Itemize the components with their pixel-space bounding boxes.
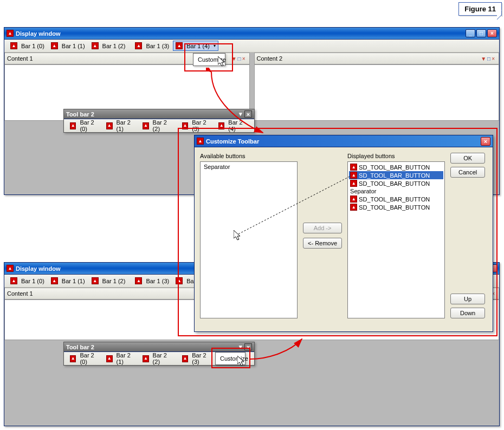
ok-button[interactable]: OK [450, 153, 485, 164]
app-icon: ▲ [350, 196, 357, 203]
chevron-down-icon[interactable]: ▾ [237, 110, 244, 118]
list-item[interactable]: ▲SD_TOOL_BAR_BUTTON [349, 163, 443, 171]
toolbar-dropdown-menu: Customize [193, 53, 225, 66]
toolbar-item-2[interactable]: ▲Bar 1 (2) [89, 276, 128, 286]
dialog-titlebar[interactable]: ▲ Customize Toolbar × [195, 135, 493, 147]
add-button[interactable]: Add -> [303, 223, 342, 233]
toolbar-item-0[interactable]: ▲Bar 1 (0) [8, 41, 47, 51]
close-button[interactable]: × [487, 29, 497, 37]
app-icon: ▲ [350, 164, 357, 171]
figure-label: Figure 11 [458, 2, 502, 16]
list-item[interactable]: ▲SD_TOOL_BAR_BUTTON [349, 195, 443, 203]
float-item-1[interactable]: ▲Bar 2 (1) [104, 350, 139, 367]
float-item-0[interactable]: ▲Bar 2 (0) [67, 350, 102, 367]
window-title: Display window [16, 30, 466, 37]
cancel-button[interactable]: Cancel [450, 167, 485, 178]
dialog-title: Customize Toolbar [206, 138, 481, 145]
customize-toolbar-dialog: ▲ Customize Toolbar × Available buttons … [194, 135, 493, 332]
chevron-down-icon[interactable]: ▾ [237, 343, 244, 350]
app-icon: ▲ [350, 172, 357, 179]
titlebar[interactable]: ▲ Display window _ □ × [4, 28, 499, 40]
displayed-label: Displayed buttons [347, 153, 445, 159]
dropdown-item-customize[interactable]: Customize [195, 55, 224, 64]
toolbar-item-4[interactable]: ▲Bar 1 (4)▾ [173, 41, 218, 51]
float-item-1[interactable]: ▲Bar 2 (1) [104, 118, 139, 134]
app-icon: ▲ [7, 265, 14, 272]
displayed-listbox[interactable]: ▲SD_TOOL_BAR_BUTTON▲SD_TOOL_BAR_BUTTON▲S… [347, 161, 445, 318]
list-item[interactable]: ▲SD_TOOL_BAR_BUTTON [349, 203, 443, 211]
maximize-button[interactable]: □ [476, 29, 486, 37]
float-dropdown-menu: Customize [215, 352, 245, 365]
float-item-2[interactable]: ▲Bar 2 (2) [140, 118, 175, 134]
toolbar-item-2[interactable]: ▲Bar 1 (2) [89, 41, 128, 51]
pin-icon[interactable]: ▼ [231, 56, 237, 62]
toolbar-item-1[interactable]: ▲Bar 1 (1) [48, 276, 88, 286]
content-pane-2 [254, 64, 500, 121]
app-icon: ▲ [7, 30, 14, 37]
float-item-3[interactable]: ▲Bar 2 (3) [179, 350, 215, 367]
maximize-pane-icon[interactable]: □ [487, 56, 490, 62]
close-button[interactable]: × [481, 137, 490, 146]
list-item[interactable]: Separator [349, 187, 443, 195]
available-listbox[interactable]: Separator [200, 161, 298, 318]
close-button[interactable]: × [244, 343, 252, 350]
float-item-4[interactable]: ▲Bar 2 (4) [216, 118, 251, 134]
floating-toolbar-1[interactable]: Tool bar 2 ▾ × ▲Bar 2 (0) ▲Bar 2 (1) ▲Ba… [63, 109, 255, 133]
available-label: Available buttons [200, 153, 298, 159]
up-button[interactable]: Up [450, 294, 485, 304]
toolbar-bar1: ▲Bar 1 (0) ▲Bar 1 (1) ▲Bar 1 (2) ▲Bar 1 … [4, 40, 499, 53]
close-button[interactable]: × [244, 110, 252, 118]
float-item-0[interactable]: ▲Bar 2 (0) [67, 118, 102, 134]
list-item[interactable]: ▲SD_TOOL_BAR_BUTTON [349, 179, 443, 187]
float-item-2[interactable]: ▲Bar 2 (2) [140, 350, 175, 367]
list-item[interactable]: Separator [202, 163, 296, 171]
dropdown-item-customize[interactable]: Customize [217, 354, 244, 363]
app-icon: ▲ [197, 138, 204, 145]
float-item-3[interactable]: ▲Bar 2 (3) [179, 118, 215, 134]
minimize-button[interactable]: _ [466, 29, 475, 37]
content-tab-2[interactable]: Content 2 ▼ □ × [254, 53, 500, 64]
app-icon: ▲ [350, 204, 357, 211]
down-button[interactable]: Down [450, 308, 485, 318]
toolbar-item-0[interactable]: ▲Bar 1 (0) [8, 276, 47, 286]
toolbar-item-1[interactable]: ▲Bar 1 (1) [48, 41, 88, 51]
pin-icon[interactable]: ▼ [481, 56, 486, 62]
close-pane-icon[interactable]: × [242, 56, 245, 62]
toolbar-item-3[interactable]: ▲Bar 1 (3) [132, 276, 172, 286]
chevron-down-icon: ▾ [214, 43, 216, 48]
app-icon: ▲ [350, 180, 357, 187]
list-item[interactable]: ▲SD_TOOL_BAR_BUTTON [349, 171, 443, 179]
remove-button[interactable]: <- Remove [303, 238, 342, 249]
close-pane-icon[interactable]: × [492, 56, 495, 62]
maximize-pane-icon[interactable]: □ [238, 56, 241, 62]
toolbar-item-3[interactable]: ▲Bar 1 (3) [132, 41, 172, 51]
